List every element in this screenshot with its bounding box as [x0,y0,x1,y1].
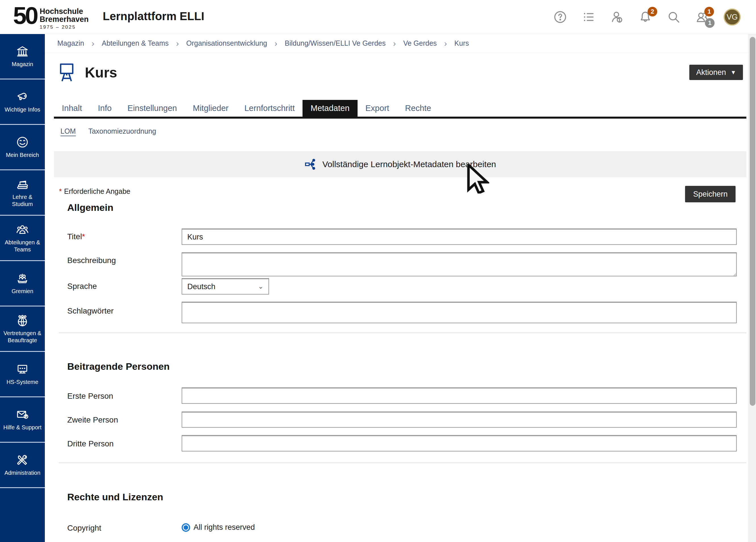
contacts-count-badge: 1 [705,18,715,28]
breadcrumb-separator-icon: › [274,39,277,48]
course-tabs: Inhalt Info Einstellungen Mitglieder Ler… [54,100,746,119]
breadcrumb-separator-icon: › [176,39,179,48]
team-icon [16,223,29,236]
tab-einstellungen[interactable]: Einstellungen [119,100,185,117]
actions-dropdown-button[interactable]: Aktionen ▼ [689,65,743,80]
tools-icon [16,453,29,467]
sidebar-item-gremien[interactable]: Gremien [0,261,45,306]
notifications-badge: 2 [648,7,657,16]
search-icon[interactable] [667,10,681,24]
subtab-lom[interactable]: LOM [60,127,76,135]
tab-rechte[interactable]: Rechte [397,100,439,117]
required-note: *Erforderliche Angabe [59,187,130,196]
mail-question-icon [16,408,29,421]
sidebar-item-lehre-studium[interactable]: Lehre & Studium [0,170,45,216]
sprache-select[interactable]: Deutsch ⌄ [182,278,269,295]
section-divider [59,333,746,333]
sidebar-item-magazin[interactable]: Magazin [0,34,45,79]
committee-icon [16,272,29,285]
required-asterisk: * [59,187,62,195]
dritte-person-label: Dritte Person [67,439,114,448]
logo-years: 1975 – 2025 [40,24,89,30]
tab-info[interactable]: Info [90,100,119,117]
schlagwoerter-label: Schlagwörter [67,306,114,316]
breadcrumb-item[interactable]: Bildung/Wissen/ELLI Ve Gerdes [285,39,386,47]
copyright-radio-selected[interactable] [182,523,190,532]
tab-export[interactable]: Export [358,100,397,117]
edit-full-metadata-link[interactable]: Vollständige Lernobjekt-Metadaten bearbe… [322,159,496,169]
page-title: Kurs [85,64,117,81]
main-menu-list-icon[interactable] [582,10,595,24]
caret-down-icon: ▼ [730,69,736,76]
section-heading-beitragende: Beitragende Personen [67,361,170,372]
contacts-new-badge: 1 [704,7,714,16]
copyright-label: Copyright [67,524,101,533]
sidebar-item-administration[interactable]: Administration [0,443,45,488]
share-tree-icon [304,158,317,171]
chevron-down-icon: ⌄ [258,283,263,290]
required-asterisk: * [82,232,85,241]
copyright-option-label: All rights reserved [194,523,255,532]
notifications-bell-icon[interactable]: 2 [639,10,652,24]
who-is-online-icon[interactable] [610,10,624,24]
save-button[interactable]: Speichern [685,186,736,202]
globe-people-icon [16,314,29,327]
scrollbar-thumb[interactable] [750,37,755,406]
breadcrumb-separator-icon: › [92,39,95,48]
monitor-icon [16,363,29,376]
beschreibung-label: Beschreibung [67,256,116,265]
dritte-person-input[interactable] [182,435,737,451]
breadcrumb-item[interactable]: Magazin [57,39,84,47]
tab-lernfortschritt[interactable]: Lernfortschritt [236,100,303,117]
bank-icon [16,45,29,58]
sidebar-item-vertretungen-beauftragte[interactable]: Vertretungen & Beauftragte [0,306,45,352]
subtab-taxonomiezuordnung[interactable]: Taxonomiezuordnung [88,127,156,135]
top-header: 50 Hochschule Bremerhaven 1975 – 2025 Le… [0,0,756,34]
sidebar-item-abteilungen-teams[interactable]: Abteilungen & Teams [0,216,45,261]
books-icon [16,178,29,191]
sprache-label: Sprache [67,282,97,291]
breadcrumb-item[interactable]: Organisationsentwicklung [186,39,267,47]
tab-metadaten[interactable]: Metadaten [303,100,357,117]
hochschule-bremerhaven-logo: 50 Hochschule Bremerhaven 1975 – 2025 [13,3,89,30]
sidebar-item-hs-systeme[interactable]: HS-Systeme [0,352,45,397]
page-scrollbar[interactable] [749,32,756,542]
contacts-icon[interactable]: 1 1 [695,10,709,24]
megaphone-icon [16,90,29,103]
course-easel-icon [58,62,75,83]
zweite-person-label: Zweite Person [67,415,118,425]
logo-name-line2: Bremerhaven [40,15,89,23]
app-title: Lernplattform ELLI [103,10,204,23]
breadcrumb-separator-icon: › [393,39,396,48]
tab-inhalt[interactable]: Inhalt [54,100,90,117]
breadcrumb-separator-icon: › [444,39,447,48]
help-icon[interactable] [553,10,567,24]
breadcrumb-item[interactable]: Ve Gerdes [403,39,437,47]
breadcrumb: Magazin › Abteilungen & Teams › Organisa… [45,34,749,53]
copyright-radio-row: All rights reserved [182,523,255,532]
sidebar-item-hilfe-support[interactable]: Hilfe & Support [0,397,45,443]
section-heading-rechte: Rechte und Lizenzen [67,491,163,503]
sidebar-item-wichtige-infos[interactable]: Wichtige Infos [0,79,45,125]
breadcrumb-item[interactable]: Abteilungen & Teams [102,39,169,47]
titel-input[interactable] [182,228,737,245]
section-heading-allgemein: Allgemein [67,202,113,213]
user-avatar[interactable]: VG [724,9,741,26]
schlagwoerter-input[interactable] [182,302,737,323]
sidebar-item-mein-bereich[interactable]: Mein Bereich [0,125,45,170]
zweite-person-input[interactable] [182,411,737,428]
logo-50: 50 [13,3,37,27]
main-sidebar: Magazin Wichtige Infos Mein Bereich Lehr… [0,34,45,542]
logo-name-line1: Hochschule [40,7,89,15]
titel-label: Titel* [67,232,85,241]
erste-person-input[interactable] [182,387,737,404]
tab-mitglieder[interactable]: Mitglieder [185,100,236,117]
section-divider [59,463,746,463]
beschreibung-textarea[interactable] [182,252,737,276]
smiley-icon [16,136,29,149]
edit-full-metadata-banner[interactable]: Vollständige Lernobjekt-Metadaten bearbe… [54,151,746,177]
erste-person-label: Erste Person [67,392,113,401]
breadcrumb-item[interactable]: Kurs [454,39,469,47]
